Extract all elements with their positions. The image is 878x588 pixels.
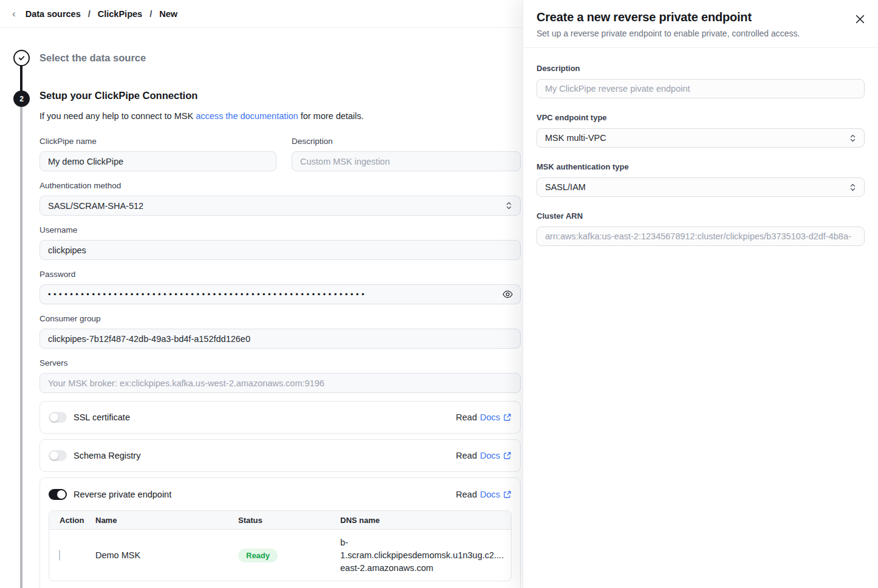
password-label: Password <box>39 270 521 279</box>
column-status: Status <box>238 516 340 525</box>
reverse-endpoint-toggle-row: Reverse private endpoint Read Docs <box>49 486 512 503</box>
cluster-arn-input[interactable] <box>537 227 865 246</box>
column-name: Name <box>95 516 238 525</box>
breadcrumb-data-sources[interactable]: Data sources <box>26 9 81 19</box>
docs-link-text: Docs <box>480 490 500 499</box>
auth-method-value: SASL/SCRAM-SHA-512 <box>48 201 143 211</box>
description-field: Description <box>292 137 521 171</box>
auth-method-select[interactable]: SASL/SCRAM-SHA-512 <box>39 196 521 216</box>
read-text: Read <box>456 490 477 499</box>
docs-link-text: Docs <box>480 412 500 422</box>
schema-registry-label: Schema Registry <box>74 451 140 460</box>
panel-description-label: Description <box>537 64 865 73</box>
ssl-certificate-label: SSL certificate <box>74 412 130 422</box>
panel-subtitle: Set up a reverse private endpoint to ena… <box>537 29 865 38</box>
username-input[interactable] <box>39 240 521 260</box>
vpc-endpoint-type-select[interactable]: MSK multi-VPC <box>537 128 865 148</box>
schema-registry-toggle[interactable] <box>49 450 67 461</box>
reverse-endpoint-docs: Read Docs <box>456 490 512 499</box>
dns-line: east-2.amazonaws.com <box>340 562 511 575</box>
endpoint-table-header: Action Name Status DNS name <box>49 511 511 530</box>
ssl-docs-link[interactable]: Docs <box>480 412 512 422</box>
dns-name-cell: b- 1.scram.clickpipesdemomsk.u1n3ug.c2..… <box>340 536 511 575</box>
help-prefix: If you need any help to connect to MSK <box>39 111 196 121</box>
password-input-wrap <box>39 284 521 304</box>
breadcrumb-separator: / <box>149 9 152 19</box>
reverse-private-endpoint-toggle[interactable] <box>49 489 67 500</box>
cluster-arn-label: Cluster ARN <box>537 211 865 220</box>
chevron-updown-icon <box>506 201 512 210</box>
dns-line: b- <box>340 536 511 549</box>
vpc-endpoint-type-label: VPC endpoint type <box>537 113 865 122</box>
schema-registry-docs-link[interactable]: Docs <box>480 451 512 460</box>
read-text: Read <box>456 451 477 460</box>
vpc-endpoint-type-value: MSK multi-VPC <box>545 133 606 143</box>
clickpipe-name-label: ClickPipe name <box>39 137 276 146</box>
vpc-endpoint-type-field: VPC endpoint type MSK multi-VPC <box>537 113 865 148</box>
step-2-indicator: 2 <box>13 91 30 107</box>
reverse-private-endpoint-card: Reverse private endpoint Read Docs Actio… <box>39 477 521 588</box>
msk-auth-type-select[interactable]: SASL/IAM <box>537 177 865 197</box>
create-endpoint-panel: Create a new reverse private endpoint Se… <box>523 0 878 588</box>
servers-field: Servers <box>39 358 521 393</box>
name-description-row: ClickPipe name Description <box>39 137 521 181</box>
panel-header: Create a new reverse private endpoint Se… <box>523 0 878 48</box>
status-badge: Ready <box>238 549 278 562</box>
auth-method-label: Authentication method <box>39 181 521 190</box>
schema-registry-docs: Read Docs <box>456 451 512 460</box>
breadcrumb: Data sources / ClickPipes / New <box>26 9 177 19</box>
breadcrumb-clickpipes[interactable]: ClickPipes <box>98 9 142 19</box>
step-1-title: Select the data source <box>39 52 146 64</box>
panel-description-input[interactable] <box>537 79 865 98</box>
toggle-knob <box>57 490 66 499</box>
table-row: Demo MSK Ready b- 1.scram.clickpipesdemo… <box>49 530 511 581</box>
consumer-group-field: Consumer group <box>39 314 521 349</box>
clickpipe-name-field: ClickPipe name <box>39 137 276 171</box>
cluster-arn-field: Cluster ARN <box>537 211 865 246</box>
reverse-endpoint-docs-link[interactable]: Docs <box>480 490 512 499</box>
dns-line: 1.scram.clickpipesdemomsk.u1n3ug.c2.... <box>340 549 511 562</box>
read-text: Read <box>456 412 477 422</box>
external-link-icon <box>503 490 512 499</box>
reverse-private-endpoint-label: Reverse private endpoint <box>74 490 171 499</box>
back-chevron-icon[interactable]: ‹ <box>12 9 16 19</box>
servers-input[interactable] <box>39 373 521 393</box>
row-checkbox[interactable] <box>59 550 60 561</box>
stepper-connector-pending <box>20 107 22 588</box>
breadcrumb-new[interactable]: New <box>159 9 177 19</box>
panel-description-field: Description <box>537 64 865 98</box>
description-input[interactable] <box>292 151 521 171</box>
panel-title: Create a new reverse private endpoint <box>537 10 865 24</box>
toggle-knob <box>50 451 58 460</box>
help-suffix: for more details. <box>298 111 364 121</box>
main-content: Setup your ClickPipe Connection If you n… <box>39 90 521 588</box>
description-label: Description <box>292 137 521 146</box>
ssl-certificate-toggle[interactable] <box>49 412 67 423</box>
help-text: If you need any help to connect to MSK a… <box>39 111 521 121</box>
check-icon <box>18 54 26 62</box>
consumer-group-label: Consumer group <box>39 314 521 323</box>
column-action: Action <box>49 516 95 525</box>
chevron-updown-icon <box>849 134 856 143</box>
column-dns-name: DNS name <box>340 516 511 525</box>
auth-method-field: Authentication method SASL/SCRAM-SHA-512 <box>39 181 521 216</box>
ssl-docs: Read Docs <box>456 412 512 422</box>
servers-label: Servers <box>39 358 521 368</box>
msk-auth-type-label: MSK authentication type <box>537 162 865 171</box>
toggle-knob <box>50 413 58 422</box>
breadcrumb-separator: / <box>88 9 91 19</box>
chevron-updown-icon <box>849 183 856 192</box>
external-link-icon <box>503 413 512 422</box>
ssl-certificate-card: SSL certificate Read Docs <box>39 401 521 434</box>
eye-icon[interactable] <box>502 289 513 300</box>
app-root: ‹ Data sources / ClickPipes / New Select… <box>0 0 878 588</box>
step-2-title: Setup your ClickPipe Connection <box>39 90 521 101</box>
close-icon[interactable] <box>856 15 865 24</box>
clickpipe-name-input[interactable] <box>39 151 276 171</box>
documentation-link[interactable]: access the documentation <box>196 111 298 121</box>
username-field: Username <box>39 225 521 260</box>
username-label: Username <box>39 225 521 234</box>
panel-body: Description VPC endpoint type MSK multi-… <box>523 48 878 276</box>
password-input[interactable] <box>39 284 521 304</box>
consumer-group-input[interactable] <box>39 329 521 349</box>
